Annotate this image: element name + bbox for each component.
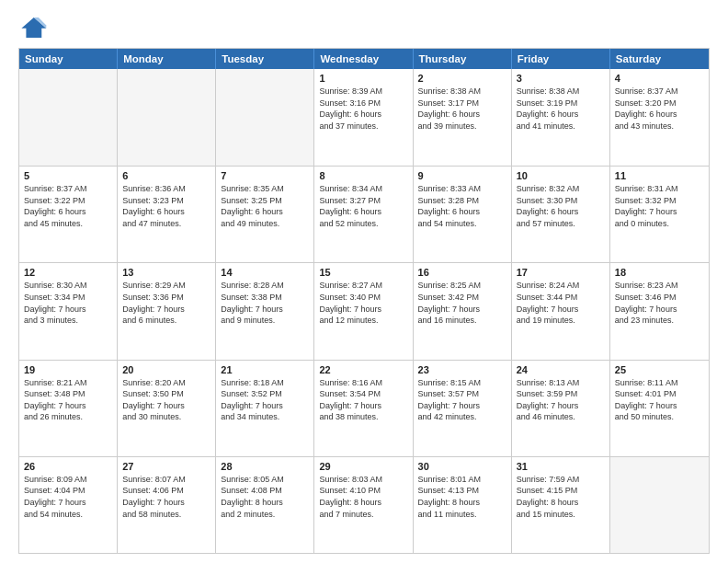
- calendar-body: 1Sunrise: 8:39 AM Sunset: 3:16 PM Daylig…: [19, 69, 709, 553]
- day-number: 31: [517, 461, 605, 472]
- day-number: 9: [418, 170, 506, 181]
- day-number: 7: [221, 170, 309, 181]
- day-number: 19: [24, 364, 112, 375]
- cell-text: Sunrise: 8:30 AM Sunset: 3:34 PM Dayligh…: [24, 280, 112, 326]
- calendar: SundayMondayTuesdayWednesdayThursdayFrid…: [18, 48, 710, 554]
- weekday-header-tuesday: Tuesday: [216, 49, 314, 69]
- day-number: 24: [517, 364, 605, 375]
- day-number: 12: [24, 267, 112, 278]
- day-number: 21: [221, 364, 309, 375]
- day-number: 30: [418, 461, 506, 472]
- calendar-cell: 29Sunrise: 8:03 AM Sunset: 4:10 PM Dayli…: [314, 457, 413, 553]
- cell-text: Sunrise: 8:11 AM Sunset: 4:01 PM Dayligh…: [615, 377, 704, 423]
- day-number: 15: [319, 267, 407, 278]
- cell-text: Sunrise: 8:29 AM Sunset: 3:36 PM Dayligh…: [122, 280, 210, 326]
- calendar-cell: 2Sunrise: 8:38 AM Sunset: 3:17 PM Daylig…: [414, 69, 512, 166]
- cell-text: Sunrise: 8:13 AM Sunset: 3:59 PM Dayligh…: [517, 377, 605, 423]
- calendar-header: SundayMondayTuesdayWednesdayThursdayFrid…: [19, 49, 709, 69]
- logo: [18, 15, 51, 40]
- calendar-cell: 11Sunrise: 8:31 AM Sunset: 3:32 PM Dayli…: [610, 167, 709, 262]
- cell-text: Sunrise: 8:15 AM Sunset: 3:57 PM Dayligh…: [418, 377, 506, 423]
- day-number: 29: [319, 461, 407, 472]
- day-number: 4: [615, 73, 704, 84]
- day-number: 28: [221, 461, 309, 472]
- cell-text: Sunrise: 8:09 AM Sunset: 4:04 PM Dayligh…: [24, 474, 112, 520]
- calendar-cell: 23Sunrise: 8:15 AM Sunset: 3:57 PM Dayli…: [414, 361, 512, 456]
- cell-text: Sunrise: 8:16 AM Sunset: 3:54 PM Dayligh…: [319, 377, 407, 423]
- calendar-cell: 8Sunrise: 8:34 AM Sunset: 3:27 PM Daylig…: [314, 167, 413, 262]
- cell-text: Sunrise: 8:05 AM Sunset: 4:08 PM Dayligh…: [221, 474, 309, 520]
- day-number: 14: [221, 267, 309, 278]
- day-number: 11: [615, 170, 704, 181]
- cell-text: Sunrise: 8:37 AM Sunset: 3:20 PM Dayligh…: [615, 86, 704, 132]
- calendar-cell: 3Sunrise: 8:38 AM Sunset: 3:19 PM Daylig…: [512, 69, 610, 166]
- calendar-cell: 20Sunrise: 8:20 AM Sunset: 3:50 PM Dayli…: [118, 361, 216, 456]
- cell-text: Sunrise: 8:03 AM Sunset: 4:10 PM Dayligh…: [319, 474, 407, 520]
- day-number: 6: [122, 170, 210, 181]
- weekday-header-sunday: Sunday: [19, 49, 118, 69]
- header: [18, 15, 710, 40]
- weekday-header-monday: Monday: [118, 49, 216, 69]
- day-number: 13: [122, 267, 210, 278]
- cell-text: Sunrise: 8:24 AM Sunset: 3:44 PM Dayligh…: [517, 280, 605, 326]
- day-number: 23: [418, 364, 506, 375]
- cell-text: Sunrise: 8:32 AM Sunset: 3:30 PM Dayligh…: [517, 183, 605, 229]
- cell-text: Sunrise: 8:23 AM Sunset: 3:46 PM Dayligh…: [615, 280, 704, 326]
- weekday-header-friday: Friday: [512, 49, 610, 69]
- cell-text: Sunrise: 8:21 AM Sunset: 3:48 PM Dayligh…: [24, 377, 112, 423]
- cell-text: Sunrise: 8:18 AM Sunset: 3:52 PM Dayligh…: [221, 377, 309, 423]
- calendar-cell: 24Sunrise: 8:13 AM Sunset: 3:59 PM Dayli…: [512, 361, 610, 456]
- cell-text: Sunrise: 8:31 AM Sunset: 3:32 PM Dayligh…: [615, 183, 704, 229]
- cell-text: Sunrise: 8:35 AM Sunset: 3:25 PM Dayligh…: [221, 183, 309, 229]
- day-number: 18: [615, 267, 704, 278]
- calendar-cell: 18Sunrise: 8:23 AM Sunset: 3:46 PM Dayli…: [610, 263, 709, 359]
- calendar-cell: 13Sunrise: 8:29 AM Sunset: 3:36 PM Dayli…: [118, 263, 216, 359]
- day-number: 3: [517, 73, 605, 84]
- cell-text: Sunrise: 8:28 AM Sunset: 3:38 PM Dayligh…: [221, 280, 309, 326]
- calendar-cell: 4Sunrise: 8:37 AM Sunset: 3:20 PM Daylig…: [610, 69, 709, 166]
- day-number: 5: [24, 170, 112, 181]
- weekday-header-thursday: Thursday: [414, 49, 512, 69]
- day-number: 17: [517, 267, 605, 278]
- cell-text: Sunrise: 8:38 AM Sunset: 3:17 PM Dayligh…: [418, 86, 506, 132]
- calendar-cell: 26Sunrise: 8:09 AM Sunset: 4:04 PM Dayli…: [19, 457, 118, 553]
- calendar-cell: 9Sunrise: 8:33 AM Sunset: 3:28 PM Daylig…: [414, 167, 512, 262]
- calendar-cell: 31Sunrise: 7:59 AM Sunset: 4:15 PM Dayli…: [512, 457, 610, 553]
- svg-marker-0: [21, 17, 46, 38]
- calendar-cell: [118, 69, 216, 166]
- calendar-row-3: 12Sunrise: 8:30 AM Sunset: 3:34 PM Dayli…: [19, 262, 709, 359]
- calendar-cell: [610, 457, 709, 553]
- logo-icon: [18, 15, 48, 40]
- day-number: 1: [319, 73, 407, 84]
- day-number: 22: [319, 364, 407, 375]
- calendar-row-5: 26Sunrise: 8:09 AM Sunset: 4:04 PM Dayli…: [19, 456, 709, 553]
- calendar-cell: 21Sunrise: 8:18 AM Sunset: 3:52 PM Dayli…: [216, 361, 314, 456]
- cell-text: Sunrise: 7:59 AM Sunset: 4:15 PM Dayligh…: [517, 474, 605, 520]
- calendar-cell: 27Sunrise: 8:07 AM Sunset: 4:06 PM Dayli…: [118, 457, 216, 553]
- day-number: 20: [122, 364, 210, 375]
- cell-text: Sunrise: 8:39 AM Sunset: 3:16 PM Dayligh…: [319, 86, 407, 132]
- calendar-cell: 10Sunrise: 8:32 AM Sunset: 3:30 PM Dayli…: [512, 167, 610, 262]
- calendar-cell: 16Sunrise: 8:25 AM Sunset: 3:42 PM Dayli…: [414, 263, 512, 359]
- day-number: 8: [319, 170, 407, 181]
- day-number: 25: [615, 364, 704, 375]
- calendar-cell: 12Sunrise: 8:30 AM Sunset: 3:34 PM Dayli…: [19, 263, 118, 359]
- calendar-cell: 28Sunrise: 8:05 AM Sunset: 4:08 PM Dayli…: [216, 457, 314, 553]
- calendar-cell: 5Sunrise: 8:37 AM Sunset: 3:22 PM Daylig…: [19, 167, 118, 262]
- day-number: 16: [418, 267, 506, 278]
- calendar-cell: 30Sunrise: 8:01 AM Sunset: 4:13 PM Dayli…: [414, 457, 512, 553]
- calendar-cell: [19, 69, 118, 166]
- weekday-header-saturday: Saturday: [610, 49, 709, 69]
- calendar-cell: 7Sunrise: 8:35 AM Sunset: 3:25 PM Daylig…: [216, 167, 314, 262]
- cell-text: Sunrise: 8:27 AM Sunset: 3:40 PM Dayligh…: [319, 280, 407, 326]
- cell-text: Sunrise: 8:01 AM Sunset: 4:13 PM Dayligh…: [418, 474, 506, 520]
- cell-text: Sunrise: 8:25 AM Sunset: 3:42 PM Dayligh…: [418, 280, 506, 326]
- cell-text: Sunrise: 8:07 AM Sunset: 4:06 PM Dayligh…: [122, 474, 210, 520]
- calendar-cell: 15Sunrise: 8:27 AM Sunset: 3:40 PM Dayli…: [314, 263, 413, 359]
- cell-text: Sunrise: 8:33 AM Sunset: 3:28 PM Dayligh…: [418, 183, 506, 229]
- cell-text: Sunrise: 8:34 AM Sunset: 3:27 PM Dayligh…: [319, 183, 407, 229]
- calendar-cell: 14Sunrise: 8:28 AM Sunset: 3:38 PM Dayli…: [216, 263, 314, 359]
- calendar-cell: 17Sunrise: 8:24 AM Sunset: 3:44 PM Dayli…: [512, 263, 610, 359]
- day-number: 10: [517, 170, 605, 181]
- calendar-cell: 25Sunrise: 8:11 AM Sunset: 4:01 PM Dayli…: [610, 361, 709, 456]
